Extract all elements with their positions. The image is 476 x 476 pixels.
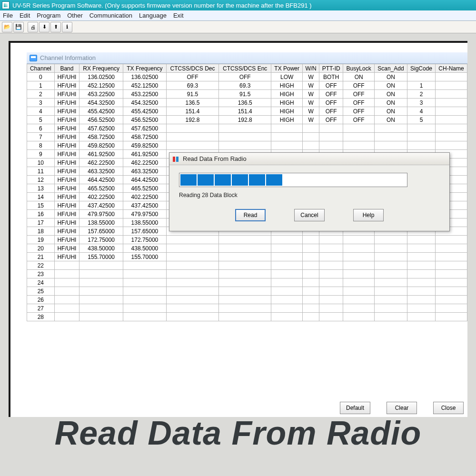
cell-enc[interactable] [219, 141, 271, 150]
table-row[interactable]: 26 [27, 296, 467, 304]
cell-tx[interactable]: 155.70000 [123, 253, 167, 261]
cell-rx[interactable]: 402.22500 [79, 193, 123, 201]
cell-busy[interactable] [343, 296, 374, 304]
cell-dec[interactable] [166, 141, 219, 150]
cancel-button[interactable]: Cancel [294, 209, 325, 221]
table-row[interactable]: 28 [27, 313, 467, 321]
cell-band[interactable] [54, 313, 79, 321]
cell-dec[interactable] [166, 253, 219, 261]
cell-rx[interactable]: 452.12500 [79, 81, 123, 90]
cell-dec[interactable] [166, 278, 219, 287]
cell-name[interactable] [436, 270, 467, 278]
cell-band[interactable]: HF/UHI [54, 141, 79, 150]
cell-dec[interactable] [166, 287, 219, 296]
cell-rx[interactable]: 455.42500 [79, 107, 123, 116]
cell-band[interactable]: HF/UHI [54, 244, 79, 253]
cell-band[interactable]: HF/UHI [54, 99, 79, 107]
table-row[interactable]: 8HF/UHI459.82500459.82500 [27, 141, 467, 150]
info-icon[interactable]: ℹ [62, 22, 72, 32]
menu-other[interactable]: Other [67, 12, 83, 19]
cell-dec[interactable] [166, 270, 219, 278]
cell-wn[interactable] [303, 287, 319, 296]
col-header[interactable]: BusyLock [343, 64, 374, 73]
open-icon[interactable]: 📂 [2, 22, 12, 32]
cell-name[interactable] [436, 236, 467, 244]
child-titlebar[interactable]: Channel Information [27, 52, 467, 64]
cell-pwr[interactable]: LOW [271, 73, 303, 81]
cell-sig[interactable] [407, 124, 435, 133]
cell-ch[interactable]: 21 [27, 253, 55, 261]
cell-busy[interactable] [343, 244, 374, 253]
cell-scan[interactable] [374, 313, 407, 321]
cell-ch[interactable]: 2 [27, 90, 55, 99]
cell-pwr[interactable] [271, 236, 303, 244]
cell-sig[interactable] [407, 133, 435, 141]
clear-button[interactable]: Clear [387, 402, 417, 414]
cell-dec[interactable] [166, 133, 219, 141]
cell-busy[interactable] [343, 313, 374, 321]
cell-ch[interactable]: 1 [27, 81, 55, 90]
cell-tx[interactable]: 453.22500 [123, 90, 167, 99]
cell-busy[interactable] [343, 278, 374, 287]
dialog-titlebar[interactable]: Read Data From Radio [169, 153, 449, 165]
cell-rx[interactable]: 465.52500 [79, 184, 123, 193]
cell-band[interactable]: HF/UHI [54, 201, 79, 210]
cell-ch[interactable]: 18 [27, 227, 55, 236]
write-icon[interactable]: ⬆ [50, 22, 61, 32]
cell-name[interactable] [436, 141, 467, 150]
menu-edit[interactable]: Edit [20, 12, 30, 19]
cell-name[interactable] [436, 287, 467, 296]
menu-exit[interactable]: Exit [173, 12, 184, 19]
col-header[interactable]: CH-Name [436, 64, 467, 73]
cell-scan[interactable]: ON [374, 90, 407, 99]
cell-tx[interactable]: 455.42500 [123, 107, 167, 116]
table-row[interactable]: 19HF/UHI172.75000172.75000 [27, 236, 467, 244]
cell-ch[interactable]: 12 [27, 176, 55, 184]
cell-band[interactable]: HF/UHI [54, 90, 79, 99]
cell-tx[interactable] [123, 313, 167, 321]
cell-wn[interactable] [303, 236, 319, 244]
cell-ptt[interactable] [319, 253, 343, 261]
cell-tx[interactable]: 452.12500 [123, 81, 167, 90]
col-header[interactable]: TX Power [271, 64, 303, 73]
cell-ptt[interactable] [319, 244, 343, 253]
cell-band[interactable]: HF/UHI [54, 73, 79, 81]
cell-pwr[interactable] [271, 278, 303, 287]
cell-tx[interactable] [123, 278, 167, 287]
cell-busy[interactable] [343, 133, 374, 141]
col-header[interactable]: RX Frequency [79, 64, 123, 73]
cell-wn[interactable]: W [303, 73, 319, 81]
cell-wn[interactable]: W [303, 107, 319, 116]
cell-wn[interactable] [303, 261, 319, 270]
cell-rx[interactable] [79, 296, 123, 304]
cell-scan[interactable] [374, 124, 407, 133]
cell-ptt[interactable] [319, 141, 343, 150]
cell-ch[interactable]: 19 [27, 236, 55, 244]
cell-pwr[interactable]: HIGH [271, 116, 303, 124]
cell-pwr[interactable] [271, 133, 303, 141]
cell-dec[interactable]: 69.3 [166, 81, 219, 90]
close-button[interactable]: Close [433, 402, 464, 414]
cell-enc[interactable] [219, 313, 271, 321]
cell-scan[interactable] [374, 236, 407, 244]
cell-tx[interactable]: 479.97500 [123, 210, 167, 218]
cell-ch[interactable]: 11 [27, 167, 55, 176]
menu-file[interactable]: File [3, 12, 13, 19]
col-header[interactable]: Band [54, 64, 79, 73]
cell-band[interactable]: HF/UHI [54, 210, 79, 218]
cell-tx[interactable] [123, 287, 167, 296]
cell-dec[interactable]: 91.5 [166, 90, 219, 99]
cell-enc[interactable] [219, 133, 271, 141]
cell-ptt[interactable] [319, 304, 343, 313]
cell-rx[interactable]: 479.97500 [79, 210, 123, 218]
table-row[interactable]: 1HF/UHI452.12500452.1250069.369.3HIGHWOF… [27, 81, 467, 90]
cell-dec[interactable]: OFF [166, 73, 219, 81]
cell-tx[interactable]: 136.02500 [123, 73, 167, 81]
cell-ptt[interactable]: OFF [319, 99, 343, 107]
cell-rx[interactable] [79, 304, 123, 313]
cell-band[interactable] [54, 287, 79, 296]
col-header[interactable]: Scan_Add [374, 64, 407, 73]
cell-rx[interactable] [79, 287, 123, 296]
cell-dec[interactable] [166, 313, 219, 321]
cell-pwr[interactable] [271, 287, 303, 296]
